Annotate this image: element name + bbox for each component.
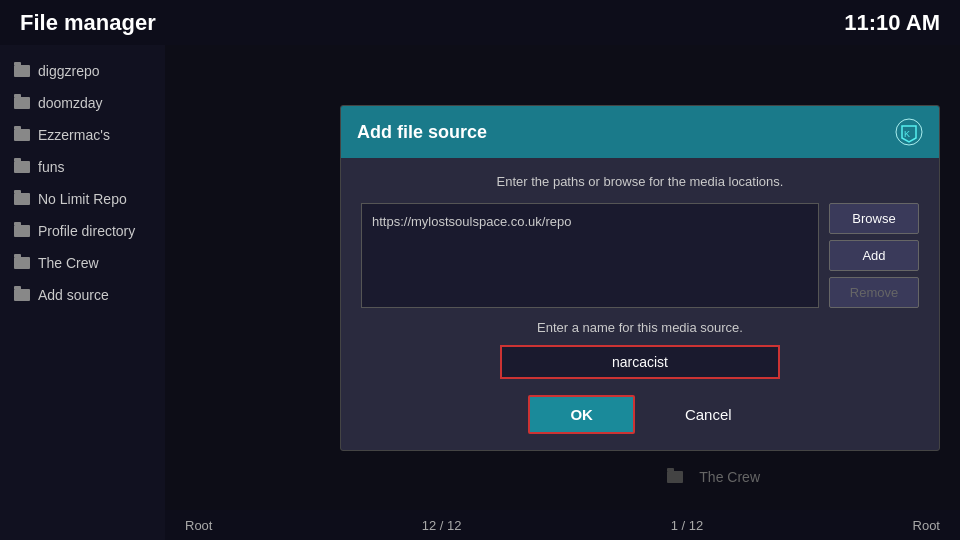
sidebar: diggzrepo doomzday Ezzermac's funs No Li… xyxy=(0,45,165,540)
sidebar-item-label: diggzrepo xyxy=(38,63,100,79)
sidebar-item-label: doomzday xyxy=(38,95,103,111)
sidebar-item-doomzday[interactable]: doomzday xyxy=(0,87,165,119)
sidebar-item-no-limit-repo[interactable]: No Limit Repo xyxy=(0,183,165,215)
folder-icon xyxy=(14,257,30,269)
clock: 11:10 AM xyxy=(844,10,940,36)
sidebar-item-label: Profile directory xyxy=(38,223,135,239)
name-input-wrapper xyxy=(361,345,919,379)
folder-icon xyxy=(14,289,30,301)
ok-button[interactable]: OK xyxy=(528,395,635,434)
main-layout: diggzrepo doomzday Ezzermac's funs No Li… xyxy=(0,45,960,540)
source-row: https://mylostsoulspace.co.uk/repo Brows… xyxy=(361,203,919,308)
modal-actions: OK Cancel xyxy=(361,395,919,434)
sidebar-item-label: The Crew xyxy=(38,255,99,271)
svg-text:K: K xyxy=(904,129,910,139)
kodi-logo-icon: K xyxy=(895,118,923,146)
app-header: File manager 11:10 AM xyxy=(0,0,960,45)
source-buttons: Browse Add Remove xyxy=(829,203,919,308)
sidebar-item-diggzrepo[interactable]: diggzrepo xyxy=(0,55,165,87)
bottom-right: Root xyxy=(913,518,940,533)
app-title: File manager xyxy=(20,10,156,36)
remove-button[interactable]: Remove xyxy=(829,277,919,308)
modal-subtitle: Enter the paths or browse for the media … xyxy=(361,174,919,189)
add-button[interactable]: Add xyxy=(829,240,919,271)
name-section: Enter a name for this media source. xyxy=(361,320,919,379)
sidebar-item-the-crew[interactable]: The Crew xyxy=(0,247,165,279)
sidebar-item-label: Add source xyxy=(38,287,109,303)
cancel-button[interactable]: Cancel xyxy=(665,395,752,434)
source-input-area[interactable]: https://mylostsoulspace.co.uk/repo xyxy=(361,203,819,308)
sidebar-item-label: No Limit Repo xyxy=(38,191,127,207)
folder-icon xyxy=(14,161,30,173)
sidebar-item-add-source[interactable]: Add source xyxy=(0,279,165,311)
name-label: Enter a name for this media source. xyxy=(361,320,919,335)
content-area: The Crew Add file source K Enter the pat… xyxy=(165,45,960,540)
sidebar-item-label: funs xyxy=(38,159,64,175)
bottom-center-right: 1 / 12 xyxy=(671,518,704,533)
media-source-name-input[interactable] xyxy=(500,345,780,379)
source-url-value: https://mylostsoulspace.co.uk/repo xyxy=(372,214,571,229)
modal-body: Enter the paths or browse for the media … xyxy=(341,158,939,450)
sidebar-item-ezzermacs[interactable]: Ezzermac's xyxy=(0,119,165,151)
bottom-center-left: 12 / 12 xyxy=(422,518,462,533)
sidebar-item-profile-directory[interactable]: Profile directory xyxy=(0,215,165,247)
bottom-bar: Root 12 / 12 1 / 12 Root xyxy=(165,510,960,540)
add-file-source-modal: Add file source K Enter the paths or bro… xyxy=(340,105,940,451)
sidebar-item-funs[interactable]: funs xyxy=(0,151,165,183)
modal-title: Add file source xyxy=(357,122,487,143)
folder-icon xyxy=(14,193,30,205)
folder-icon xyxy=(14,97,30,109)
bottom-left: Root xyxy=(185,518,212,533)
folder-icon xyxy=(14,225,30,237)
folder-icon xyxy=(14,129,30,141)
modal-header: Add file source K xyxy=(341,106,939,158)
browse-button[interactable]: Browse xyxy=(829,203,919,234)
sidebar-item-label: Ezzermac's xyxy=(38,127,110,143)
folder-icon xyxy=(14,65,30,77)
